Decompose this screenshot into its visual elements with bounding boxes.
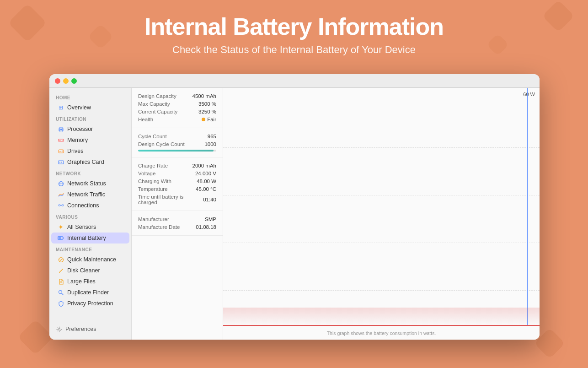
manufacture-date-value: 01.08.18 bbox=[196, 224, 216, 230]
sidebar-label-processor: Processor bbox=[67, 126, 93, 132]
battery-icon bbox=[58, 235, 64, 241]
chart-line bbox=[223, 325, 540, 326]
sidebar-item-network-traffic[interactable]: Network Traffic bbox=[51, 189, 129, 200]
sidebar-item-disk-cleaner[interactable]: Disk Cleaner bbox=[51, 265, 129, 276]
privacy-protection-icon bbox=[58, 300, 64, 307]
sidebar-label-graphics-card: Graphics Card bbox=[67, 159, 104, 165]
traffic-light-red[interactable] bbox=[55, 78, 60, 84]
sidebar-label-network-traffic: Network Traffic bbox=[67, 191, 105, 198]
network-traffic-icon bbox=[58, 191, 64, 198]
health-text: Fair bbox=[207, 117, 216, 122]
time-until-charged-row: Time until battery is charged 01:40 bbox=[138, 194, 216, 205]
svg-line-37 bbox=[61, 293, 63, 295]
health-value: Fair bbox=[202, 117, 216, 122]
charging-with-row: Charging With 48.00 W bbox=[138, 179, 216, 184]
manufacturer-label: Manufacturer bbox=[138, 216, 169, 222]
chart-grid-line-3 bbox=[223, 243, 540, 243]
sidebar-label-all-sensors: All Sensors bbox=[67, 224, 96, 230]
design-capacity-value: 4500 mAh bbox=[192, 93, 216, 99]
sidebar-label-memory: Memory bbox=[67, 137, 88, 143]
temperature-label: Temperature bbox=[138, 186, 168, 192]
info-area: Design Capacity 4500 mAh Max Capacity 35… bbox=[132, 88, 223, 340]
sidebar-item-processor[interactable]: Processor bbox=[51, 124, 129, 135]
drives-icon bbox=[58, 148, 64, 154]
sidebar-label-drives: Drives bbox=[67, 148, 83, 154]
sidebar-bottom: Preferences bbox=[49, 322, 131, 336]
sidebar-item-large-files[interactable]: Large Files bbox=[51, 276, 129, 287]
sidebar-item-graphics-card[interactable]: Graphics Card bbox=[51, 157, 129, 168]
svg-rect-27 bbox=[59, 205, 60, 206]
sidebar-item-quick-maintenance[interactable]: Quick Maintenance bbox=[51, 254, 129, 265]
health-label: Health bbox=[138, 117, 153, 122]
chart-area: 60 W This graph shows the battery consum… bbox=[223, 88, 540, 340]
svg-rect-22 bbox=[59, 162, 60, 163]
processor-icon bbox=[58, 126, 64, 132]
design-capacity-row: Design Capacity 4500 mAh bbox=[138, 93, 216, 99]
cycle-progress-fill bbox=[138, 150, 214, 152]
large-files-icon bbox=[58, 278, 64, 285]
health-dot bbox=[202, 118, 205, 121]
duplicate-finder-icon bbox=[58, 289, 64, 296]
sidebar-label-network-status: Network Status bbox=[67, 180, 106, 187]
page-header: Internal Battery Information Check the S… bbox=[0, 0, 588, 56]
sidebar-label-connections: Connections bbox=[67, 202, 99, 209]
chart-grid-line-0 bbox=[223, 100, 540, 100]
sidebar-item-all-sensors[interactable]: ✦ All Sensors bbox=[51, 222, 129, 233]
charge-rate-value: 2000 mAh bbox=[192, 163, 216, 168]
grid-icon: ⊞ bbox=[58, 104, 64, 111]
preferences-item[interactable]: Preferences bbox=[56, 326, 125, 332]
svg-rect-23 bbox=[61, 162, 62, 163]
voltage-row: Voltage 24.000 V bbox=[138, 171, 216, 176]
svg-rect-32 bbox=[59, 237, 61, 239]
preferences-label: Preferences bbox=[65, 326, 96, 332]
sidebar-item-network-status[interactable]: Network Status bbox=[51, 178, 129, 189]
chart-grid bbox=[223, 88, 540, 326]
svg-point-19 bbox=[62, 151, 63, 152]
design-cycle-count-label: Design Cycle Count bbox=[138, 141, 185, 147]
time-until-charged-value: 01:40 bbox=[203, 197, 216, 202]
traffic-light-yellow[interactable] bbox=[63, 78, 69, 84]
charging-with-label: Charging With bbox=[138, 179, 171, 184]
sidebar-label-quick-maintenance: Quick Maintenance bbox=[67, 256, 116, 263]
sidebar-item-privacy-protection[interactable]: Privacy Protection bbox=[51, 298, 129, 309]
svg-rect-28 bbox=[62, 205, 64, 206]
chart-vertical-line bbox=[527, 88, 528, 326]
chart-fill bbox=[223, 308, 540, 326]
manufacturer-value: SMP bbox=[205, 216, 216, 222]
manufacturer-row: Manufacturer SMP bbox=[138, 216, 216, 222]
sidebar-section-various: Various bbox=[49, 211, 131, 222]
time-until-charged-label: Time until battery is charged bbox=[138, 194, 203, 205]
cycle-count-row: Cycle Count 965 bbox=[138, 134, 216, 139]
current-capacity-value: 3250 % bbox=[198, 109, 216, 114]
voltage-value: 24.000 V bbox=[195, 171, 216, 176]
svg-rect-15 bbox=[59, 140, 60, 141]
charge-rate-label: Charge Rate bbox=[138, 163, 168, 168]
battery-charge-block: Charge Rate 2000 mAh Voltage 24.000 V Ch… bbox=[132, 157, 223, 211]
all-sensors-icon: ✦ bbox=[58, 224, 64, 230]
title-bar bbox=[49, 74, 540, 88]
memory-icon bbox=[58, 137, 64, 143]
quick-maintenance-icon bbox=[58, 256, 64, 263]
app-body: Home ⊞ Overview Utilization Processor Me… bbox=[49, 88, 540, 340]
sidebar-section-home: Home bbox=[49, 92, 131, 102]
disk-cleaner-icon bbox=[58, 267, 64, 274]
voltage-label: Voltage bbox=[138, 171, 155, 176]
sidebar-item-memory[interactable]: Memory bbox=[51, 135, 129, 146]
sidebar-label-large-files: Large Files bbox=[67, 278, 96, 285]
sidebar-item-overview[interactable]: ⊞ Overview bbox=[51, 102, 129, 113]
traffic-light-green[interactable] bbox=[71, 78, 77, 84]
cycle-count-label: Cycle Count bbox=[138, 134, 167, 139]
sidebar-item-drives[interactable]: Drives bbox=[51, 146, 129, 157]
sidebar-item-connections[interactable]: Connections bbox=[51, 200, 129, 211]
svg-rect-17 bbox=[62, 140, 63, 141]
chart-caption: This graph shows the battery consumption… bbox=[327, 330, 436, 336]
sidebar-section-network: Network bbox=[49, 168, 131, 178]
graphics-card-icon bbox=[58, 159, 64, 165]
sidebar-item-duplicate-finder[interactable]: Duplicate Finder bbox=[51, 287, 129, 298]
page-title: Internal Battery Information bbox=[0, 13, 588, 40]
cycle-count-value: 965 bbox=[208, 134, 216, 139]
current-capacity-row: Current Capacity 3250 % bbox=[138, 109, 216, 114]
sidebar-item-internal-battery[interactable]: Internal Battery bbox=[51, 233, 129, 244]
sidebar-section-maintenance: Maintenance bbox=[49, 244, 131, 254]
charging-with-value: 48.00 W bbox=[197, 179, 216, 184]
